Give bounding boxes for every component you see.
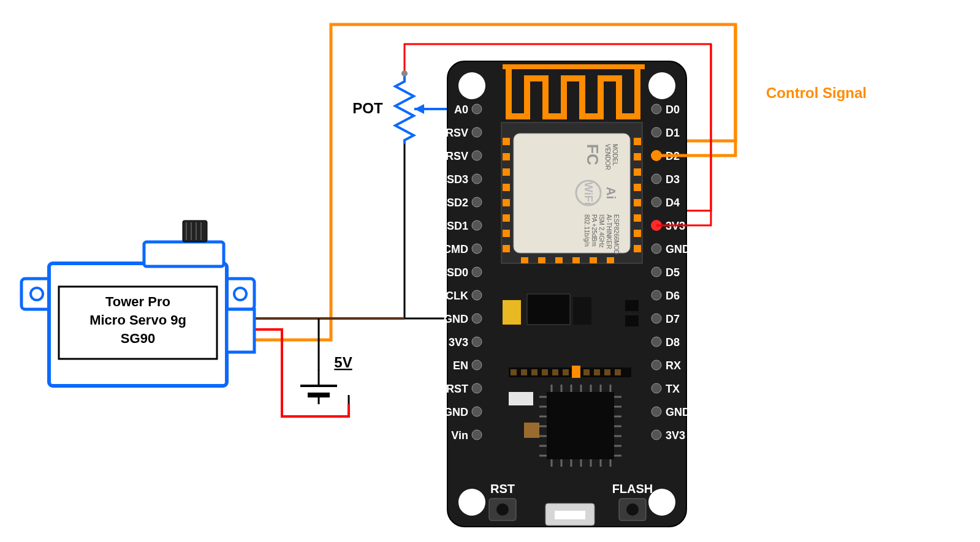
svg-rect-44 bbox=[503, 230, 510, 237]
svg-point-126 bbox=[472, 314, 482, 323]
svg-text:D5: D5 bbox=[666, 266, 680, 279]
svg-rect-43 bbox=[503, 214, 510, 222]
svg-rect-38 bbox=[503, 138, 510, 145]
svg-point-161 bbox=[651, 430, 661, 440]
svg-text:SD1: SD1 bbox=[447, 220, 468, 232]
svg-rect-51 bbox=[634, 214, 641, 222]
svg-point-0 bbox=[401, 70, 408, 77]
svg-point-155 bbox=[651, 290, 661, 300]
svg-point-121 bbox=[472, 197, 482, 207]
svg-text:D8: D8 bbox=[666, 336, 680, 348]
svg-point-148 bbox=[651, 127, 661, 137]
svg-text:Ai: Ai bbox=[604, 187, 618, 199]
svg-rect-18 bbox=[227, 309, 254, 352]
svg-point-150 bbox=[651, 174, 661, 184]
svg-point-119 bbox=[472, 151, 482, 160]
svg-text:D6: D6 bbox=[666, 290, 680, 302]
svg-text:D4: D4 bbox=[666, 197, 680, 209]
svg-text:WiFi: WiFi bbox=[582, 182, 594, 205]
svg-text:RST: RST bbox=[446, 383, 468, 395]
svg-point-8 bbox=[31, 288, 43, 300]
svg-rect-66 bbox=[511, 369, 517, 375]
svg-rect-11 bbox=[144, 242, 224, 266]
svg-rect-41 bbox=[503, 184, 510, 191]
svg-text:A0: A0 bbox=[454, 104, 468, 116]
svg-text:3V3: 3V3 bbox=[666, 429, 685, 442]
svg-rect-55 bbox=[538, 257, 545, 263]
svg-point-123 bbox=[472, 244, 482, 254]
svg-rect-74 bbox=[594, 369, 600, 375]
svg-text:FLASH: FLASH bbox=[612, 482, 653, 495]
svg-text:SD2: SD2 bbox=[447, 197, 468, 209]
arrow-pot bbox=[414, 104, 424, 114]
svg-point-147 bbox=[651, 104, 661, 114]
svg-rect-40 bbox=[503, 168, 510, 176]
svg-rect-49 bbox=[634, 184, 641, 191]
svg-point-122 bbox=[472, 220, 482, 230]
svg-point-160 bbox=[651, 407, 661, 416]
svg-rect-45 bbox=[503, 245, 510, 252]
control-signal-label: Control Signal bbox=[766, 85, 867, 101]
svg-rect-47 bbox=[634, 153, 641, 160]
svg-rect-59 bbox=[607, 257, 614, 263]
svg-point-9 bbox=[234, 288, 246, 300]
svg-rect-110 bbox=[555, 511, 585, 519]
svg-point-156 bbox=[651, 314, 661, 323]
svg-text:CLK: CLK bbox=[446, 290, 468, 302]
svg-text:RST: RST bbox=[490, 482, 515, 495]
svg-rect-53 bbox=[634, 245, 641, 252]
servo-line3: SG90 bbox=[121, 331, 155, 346]
svg-rect-48 bbox=[634, 168, 641, 176]
servo-line2: Micro Servo 9g bbox=[89, 312, 186, 328]
svg-text:PA +25dBm: PA +25dBm bbox=[591, 214, 598, 246]
svg-text:RX: RX bbox=[666, 359, 681, 372]
svg-text:TX: TX bbox=[666, 383, 680, 395]
svg-rect-57 bbox=[572, 257, 580, 263]
svg-rect-50 bbox=[634, 199, 641, 206]
svg-text:RSV: RSV bbox=[446, 150, 468, 162]
svg-rect-54 bbox=[521, 257, 528, 263]
svg-text:RSV: RSV bbox=[446, 127, 468, 139]
svg-point-120 bbox=[472, 174, 482, 184]
svg-rect-71 bbox=[563, 369, 569, 375]
svg-text:3V3: 3V3 bbox=[449, 336, 468, 348]
svg-text:802.11b/g/n: 802.11b/g/n bbox=[583, 214, 590, 247]
svg-rect-42 bbox=[503, 199, 510, 206]
svg-text:EN: EN bbox=[453, 359, 468, 372]
svg-rect-70 bbox=[552, 369, 558, 375]
servo-line1: Tower Pro bbox=[105, 294, 170, 309]
svg-point-125 bbox=[472, 290, 482, 300]
svg-rect-75 bbox=[604, 369, 610, 375]
svg-point-153 bbox=[651, 244, 661, 254]
svg-point-159 bbox=[651, 383, 661, 393]
svg-rect-67 bbox=[521, 369, 527, 375]
svg-point-124 bbox=[472, 267, 482, 277]
svg-text:GND: GND bbox=[444, 313, 468, 325]
servo-motor: Tower Pro Micro Servo 9g SG90 bbox=[21, 220, 254, 386]
svg-point-130 bbox=[472, 407, 482, 416]
svg-point-131 bbox=[472, 430, 482, 440]
svg-point-158 bbox=[651, 360, 661, 370]
svg-text:SD0: SD0 bbox=[447, 266, 468, 279]
five-volt-source: 5V bbox=[300, 354, 352, 404]
svg-rect-80 bbox=[547, 392, 614, 459]
svg-text:AI-THINKER: AI-THINKER bbox=[606, 214, 612, 249]
svg-rect-46 bbox=[634, 138, 641, 145]
svg-rect-62 bbox=[573, 297, 591, 325]
svg-rect-68 bbox=[531, 369, 537, 375]
svg-point-154 bbox=[651, 267, 661, 277]
nodemcu-board: MODEL VENDOR FC Ai WiFi ESP8266MOD AI-TH… bbox=[443, 61, 690, 527]
svg-rect-64 bbox=[625, 315, 639, 326]
svg-text:ESP8266MOD: ESP8266MOD bbox=[613, 214, 620, 255]
svg-point-127 bbox=[472, 337, 482, 347]
svg-rect-79 bbox=[524, 423, 539, 438]
svg-text:D7: D7 bbox=[666, 313, 680, 325]
svg-rect-69 bbox=[542, 369, 548, 375]
svg-rect-73 bbox=[583, 369, 590, 375]
svg-point-20 bbox=[458, 72, 485, 99]
svg-point-118 bbox=[472, 127, 482, 137]
svg-point-128 bbox=[472, 360, 482, 370]
svg-text:Vin: Vin bbox=[451, 429, 468, 442]
svg-rect-24 bbox=[503, 64, 645, 69]
svg-text:D1: D1 bbox=[666, 127, 680, 139]
